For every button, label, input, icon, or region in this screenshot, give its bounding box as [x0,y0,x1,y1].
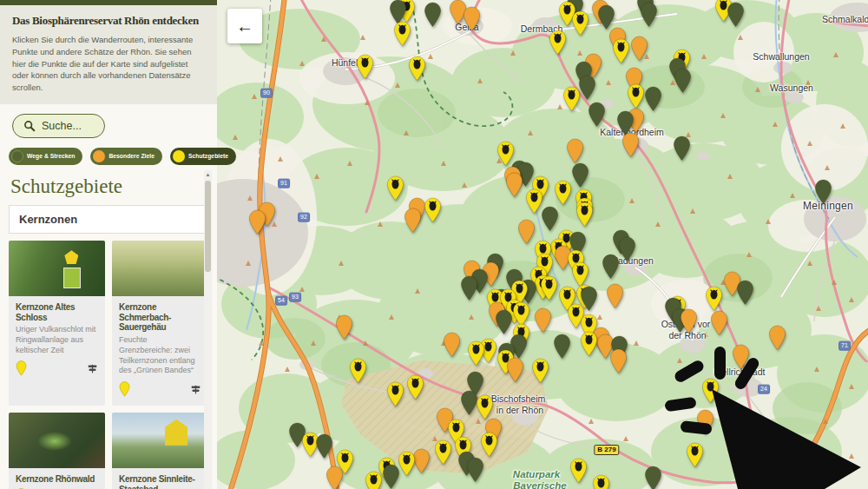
card-footer [112,380,208,402]
map-pin-green-wege[interactable] [382,464,400,489]
map-pin-yellow-schutzgebiet[interactable] [356,54,374,80]
map-pin-green-wege[interactable] [644,86,662,112]
poi-card-3[interactable]: Kernzone Rhönwald [9,413,105,489]
map-pin-yellow-schutzgebiet[interactable] [627,83,645,109]
map-pin-yellow-schutzgebiet[interactable] [549,30,567,56]
map-pin-orange-besondere-ziele[interactable] [505,172,523,198]
map-pin-orange-besondere-ziele[interactable] [443,332,461,358]
map-pin-yellow-schutzgebiet[interactable] [365,471,383,489]
map-pin-yellow-schutzgebiet[interactable] [467,340,485,367]
map-pin-orange-besondere-ziele[interactable] [732,344,750,370]
map-pin-green-wege[interactable] [644,466,662,489]
filter-pill-schutzgebiete[interactable]: Schutzgebiete [170,148,236,165]
map-pin-yellow-schutzgebiet[interactable] [554,180,572,206]
map-pin-yellow-schutzgebiet[interactable] [476,394,494,420]
map-pin-yellow-schutzgebiet[interactable] [531,358,549,384]
peak-icon [779,453,785,459]
map-pin-orange-besondere-ziele[interactable] [326,466,344,489]
map-pin-orange-besondere-ziele[interactable] [404,208,422,234]
search-input[interactable]: Suche... [12,114,105,138]
map-pin-yellow-schutzgebiet[interactable] [386,175,404,202]
map-pin-yellow-schutzgebiet[interactable] [540,275,558,301]
map-pin-green-wege[interactable] [640,2,658,28]
map-pin-yellow-schutzgebiet[interactable] [580,331,598,357]
map-pin-orange-besondere-ziele[interactable] [630,36,648,62]
map-pin-green-wege[interactable] [460,275,478,301]
peak-icon [252,94,257,99]
map-pin-yellow-schutzgebiet[interactable] [575,202,594,228]
scrollbar-thumb[interactable] [205,181,211,272]
map-pin-green-wege[interactable] [588,102,606,128]
signpost-icon[interactable] [87,362,98,378]
map-pin-yellow-schutzgebiet[interactable] [398,451,416,477]
filter-circle-icon [11,150,23,162]
map-pin-yellow-schutzgebiet[interactable] [705,286,723,312]
map-pin-green-wege[interactable] [814,179,832,205]
back-button[interactable]: ← [227,9,262,43]
poi-card-1[interactable]: Kernzone Altes SchlossUriger Vulkanschlo… [9,241,105,406]
map-pin-yellow-schutzgebiet[interactable] [406,374,424,400]
signpost-icon[interactable] [190,383,201,399]
scrollbar-up-icon[interactable]: ▲ [204,170,212,180]
peak-icon [246,261,251,266]
map-pin-green-wege[interactable] [674,68,692,94]
map-pin-green-wege[interactable] [578,75,596,101]
peak-icon [606,80,611,85]
map-pin-green-wege[interactable] [571,162,589,188]
filter-pill-besondere-ziele[interactable]: Besondere Ziele [90,148,162,165]
sidebar-scrollbar[interactable]: ▲ [204,170,212,489]
map-pin-orange-besondere-ziele[interactable] [768,325,786,351]
yellow-pin-icon[interactable] [119,381,130,400]
map-pin-orange-besondere-ziele[interactable] [609,348,628,374]
poi-card-2[interactable]: Kernzone Schmerbach-SauergehäuFeuchte Gr… [112,241,208,406]
map-pin-orange-besondere-ziele[interactable] [710,310,728,336]
yellow-pin-icon[interactable] [16,360,27,380]
map-pin-orange-besondere-ziele[interactable] [534,307,552,334]
map-pin-yellow-schutzgebiet[interactable] [571,10,589,36]
road-badge: 93 [289,293,301,302]
map-pin-orange-besondere-ziele[interactable] [335,314,353,340]
map-pin-yellow-schutzgebiet[interactable] [569,458,588,484]
map-pin-orange-besondere-ziele[interactable] [506,357,524,383]
map-pin-yellow-schutzgebiet[interactable] [612,38,630,64]
map-pin-orange-besondere-ziele[interactable] [621,132,640,158]
peak-icon [690,208,695,214]
map-pin-orange-besondere-ziele[interactable] [696,409,714,435]
map-pin-yellow-schutzgebiet[interactable] [424,197,442,223]
map-pin-green-wege[interactable] [736,280,754,306]
map-pin-green-wege[interactable] [424,2,442,28]
map-pin-green-wege[interactable] [673,135,691,162]
map-pin-yellow-schutzgebiet[interactable] [349,358,367,384]
map-pin-green-wege[interactable] [315,433,333,459]
map-canvas[interactable]: HünfeldGeisaDermbachKaltennordheimSchwal… [217,0,868,489]
map-pin-yellow-schutzgebiet[interactable] [701,378,720,404]
map-pin-yellow-schutzgebiet[interactable] [562,86,581,112]
peak-icon [360,35,365,40]
map-pin-green-wege[interactable] [727,2,745,28]
map-pin-yellow-schutzgebiet[interactable] [386,381,404,407]
map-pin-yellow-schutzgebiet[interactable] [393,21,411,47]
map-pin-orange-besondere-ziele[interactable] [680,308,698,334]
map-pin-green-wege[interactable] [602,254,620,280]
group-header-kernzonen[interactable]: Kernzonen [9,205,208,234]
poi-card-4[interactable]: Kernzone Sinnleite-Staatsbad [112,413,208,489]
map-pin-green-wege[interactable] [466,457,484,483]
map-pin-orange-besondere-ziele[interactable] [463,6,481,32]
map-pin-yellow-schutzgebiet[interactable] [408,56,426,82]
map-pin-green-wege[interactable] [495,309,513,335]
map-pin-green-wege[interactable] [553,334,571,360]
peak-icon [766,219,771,224]
map-pin-orange-besondere-ziele[interactable] [248,209,266,235]
map-pin-yellow-schutzgebiet[interactable] [434,439,452,466]
peak-icon [278,156,283,162]
map-pin-orange-besondere-ziele[interactable] [606,283,624,309]
map-pin-orange-besondere-ziele[interactable] [517,219,536,245]
map-pin-green-wege[interactable] [618,236,636,262]
map-pin-yellow-schutzgebiet[interactable] [480,432,498,458]
peak-icon [677,358,682,363]
filter-pill-wege-strecken[interactable]: Wege & Strecken [9,148,82,165]
map-pin-yellow-schutzgebiet[interactable] [592,474,610,489]
map-pin-orange-besondere-ziele[interactable] [566,138,584,164]
map-pin-yellow-schutzgebiet[interactable] [686,442,704,468]
map-pin-green-wege[interactable] [541,206,559,232]
